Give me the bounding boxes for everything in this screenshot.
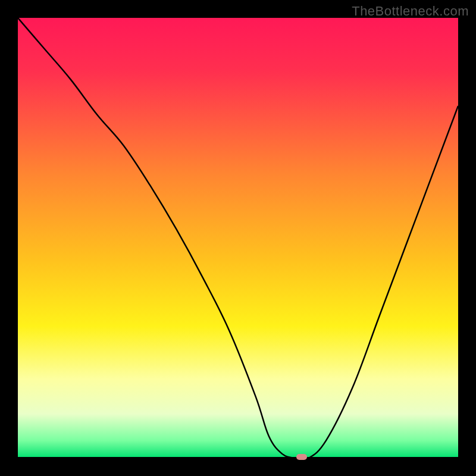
curve-layer bbox=[18, 18, 458, 458]
plot-area bbox=[18, 18, 458, 458]
optimal-marker bbox=[296, 454, 307, 460]
watermark-text: TheBottleneck.com bbox=[352, 4, 469, 19]
bottleneck-curve-line bbox=[18, 18, 458, 458]
